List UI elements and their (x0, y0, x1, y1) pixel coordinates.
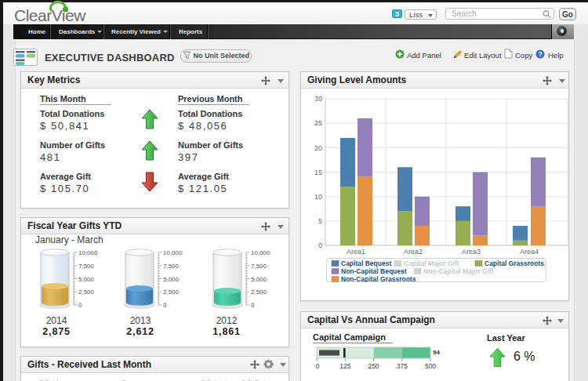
svg-text:0: 0 (251, 302, 255, 309)
svg-text:7,500: 7,500 (163, 263, 180, 270)
svg-text:Non-Capital Bequest: Non-Capital Bequest (341, 267, 407, 275)
svg-text:25: 25 (314, 119, 322, 127)
svg-text:2,500: 2,500 (78, 288, 95, 296)
svg-text:375: 375 (397, 362, 408, 370)
svg-text:Area1: Area1 (347, 248, 365, 256)
svg-text:Area3: Area3 (462, 248, 481, 256)
svg-text:Capital Bequest: Capital Bequest (341, 259, 391, 267)
svg-text:5,000: 5,000 (78, 276, 95, 283)
svg-text:2,500: 2,500 (251, 288, 267, 296)
svg-text:Non-Capital Grassroots: Non-Capital Grassroots (341, 275, 416, 282)
svg-text:15: 15 (314, 169, 322, 176)
svg-text:?: ? (538, 50, 542, 58)
svg-text:Area2: Area2 (404, 248, 423, 256)
svg-text:7,500: 7,500 (78, 263, 95, 270)
svg-text:30: 30 (314, 95, 322, 103)
svg-text:Non-Capital Major Gift: Non-Capital Major Gift (423, 267, 494, 275)
svg-text:500: 500 (425, 362, 436, 370)
svg-text:94: 94 (433, 349, 440, 356)
svg-text:250: 250 (368, 362, 379, 370)
svg-text:7,500: 7,500 (251, 263, 267, 270)
svg-text:Capital Major Gift: Capital Major Gift (404, 259, 459, 267)
svg-text:10,000: 10,000 (251, 249, 270, 256)
svg-text:0: 0 (78, 302, 82, 309)
svg-text:10,000: 10,000 (163, 249, 183, 256)
svg-text:0: 0 (163, 302, 167, 309)
svg-text:125: 125 (339, 362, 350, 370)
svg-text:20: 20 (314, 144, 322, 152)
svg-text:Capital Grassroots: Capital Grassroots (485, 259, 544, 267)
svg-text:10,000: 10,000 (78, 249, 98, 256)
svg-text:0: 0 (318, 241, 322, 249)
svg-text:5,000: 5,000 (251, 276, 267, 283)
svg-text:Area4: Area4 (520, 248, 539, 256)
svg-text:5: 5 (318, 217, 322, 225)
svg-text:5,000: 5,000 (163, 276, 180, 283)
svg-text:2,500: 2,500 (163, 288, 180, 296)
svg-text:10: 10 (314, 193, 322, 201)
svg-text:0: 0 (316, 362, 320, 370)
